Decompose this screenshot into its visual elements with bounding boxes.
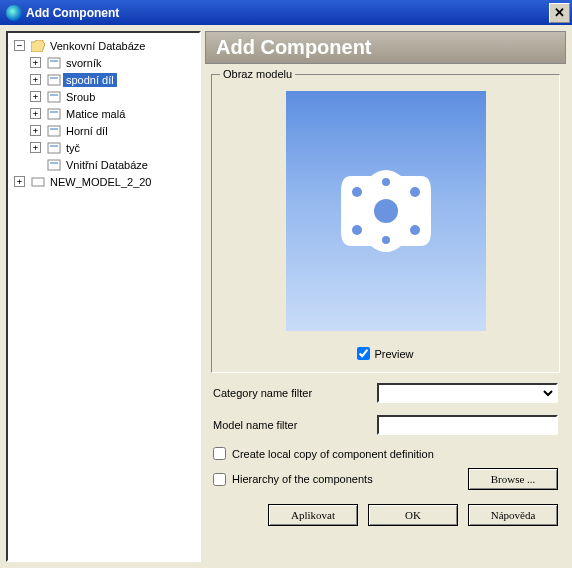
svg-rect-12 (48, 160, 60, 170)
node-icon (47, 142, 61, 154)
right-panel: Add Component Obraz modelu (205, 31, 566, 562)
model-filter-row: Model name filter (213, 415, 558, 435)
category-filter-row: Category name filter (213, 383, 558, 403)
panel-header: Add Component (205, 31, 566, 64)
app-icon (6, 5, 22, 21)
tree-label: svorník (63, 56, 104, 70)
preview-groupbox: Obraz modelu Previe (211, 74, 560, 373)
svg-rect-1 (50, 60, 58, 62)
expander-icon (30, 159, 41, 170)
hierarchy-row: Hierarchy of the components Browse ... (213, 468, 558, 490)
preview-checkbox-label: Preview (374, 348, 413, 360)
close-button[interactable]: ✕ (549, 3, 570, 23)
expander-icon[interactable]: + (30, 57, 41, 68)
model-filter-input[interactable] (377, 415, 558, 435)
node-icon (47, 159, 61, 171)
expander-icon[interactable]: + (30, 125, 41, 136)
button-bar: Aplikovat OK Nápověda (213, 504, 558, 526)
tree-node-child[interactable]: Vnitřní Databáze (30, 156, 197, 173)
tree-node-child[interactable]: +svorník (30, 54, 197, 71)
node-icon (47, 91, 61, 103)
tree-label: tyč (63, 141, 83, 155)
svg-rect-4 (48, 92, 60, 102)
tree-node-venkovni-databaze[interactable]: − Venkovní Databáze (14, 37, 197, 54)
node-icon (47, 57, 61, 69)
svg-point-16 (352, 187, 362, 197)
svg-point-18 (352, 225, 362, 235)
svg-rect-0 (48, 58, 60, 68)
tree-panel[interactable]: − Venkovní Databáze +svorník+spodní díl+… (6, 31, 201, 562)
tree: − Venkovní Databáze +svorník+spodní díl+… (10, 37, 197, 190)
svg-rect-11 (50, 145, 58, 147)
expander-icon[interactable]: + (30, 91, 41, 102)
svg-rect-2 (48, 75, 60, 85)
svg-rect-13 (50, 162, 58, 164)
groupbox-legend: Obraz modelu (220, 68, 295, 80)
tree-label: Venkovní Databáze (47, 39, 148, 53)
node-icon (47, 108, 61, 120)
svg-rect-7 (50, 111, 58, 113)
category-filter-label: Category name filter (213, 387, 373, 399)
ok-button[interactable]: OK (368, 504, 458, 526)
svg-rect-5 (50, 94, 58, 96)
tree-node-new-model[interactable]: + NEW_MODEL_2_20 (14, 173, 197, 190)
tree-node-child[interactable]: +spodní díl (30, 71, 197, 88)
tree-node-child[interactable]: +Sroub (30, 88, 197, 105)
preview-area: Preview (218, 85, 553, 366)
expander-icon[interactable]: + (30, 108, 41, 119)
expander-icon[interactable]: + (14, 176, 25, 187)
category-filter-select[interactable] (377, 383, 558, 403)
hierarchy-checkbox[interactable] (213, 473, 226, 486)
tree-label: spodní díl (63, 73, 117, 87)
browse-button[interactable]: Browse ... (468, 468, 558, 490)
apply-button[interactable]: Aplikovat (268, 504, 358, 526)
tree-label: Vnitřní Databáze (63, 158, 151, 172)
titlebar: Add Component ✕ (0, 0, 572, 25)
node-icon (47, 74, 61, 86)
tree-node-child[interactable]: +tyč (30, 139, 197, 156)
window-title: Add Component (26, 6, 549, 20)
tree-label: Horní díl (63, 124, 111, 138)
local-copy-label: Create local copy of component definitio… (232, 448, 434, 460)
model-filter-label: Model name filter (213, 419, 373, 431)
svg-rect-8 (48, 126, 60, 136)
preview-checkbox-row: Preview (357, 347, 413, 360)
preview-checkbox[interactable] (357, 347, 370, 360)
content-area: − Venkovní Databáze +svorník+spodní díl+… (0, 25, 572, 568)
tree-label: NEW_MODEL_2_20 (47, 175, 155, 189)
help-button[interactable]: Nápověda (468, 504, 558, 526)
expander-icon[interactable]: + (30, 74, 41, 85)
node-icon (47, 125, 61, 137)
local-copy-row: Create local copy of component definitio… (213, 447, 558, 460)
tree-label: Sroub (63, 90, 98, 104)
tree-label: Matice malá (63, 107, 128, 121)
node-icon (31, 176, 45, 188)
local-copy-checkbox[interactable] (213, 447, 226, 460)
model-preview-image (286, 91, 486, 331)
svg-rect-9 (50, 128, 58, 130)
svg-rect-3 (50, 77, 58, 79)
svg-rect-10 (48, 143, 60, 153)
svg-point-15 (374, 199, 398, 223)
expander-icon[interactable]: + (30, 142, 41, 153)
hierarchy-label: Hierarchy of the components (232, 473, 373, 485)
svg-point-17 (410, 187, 420, 197)
expander-icon[interactable]: − (14, 40, 25, 51)
svg-point-19 (410, 225, 420, 235)
tree-node-child[interactable]: +Matice malá (30, 105, 197, 122)
svg-rect-6 (48, 109, 60, 119)
svg-point-20 (382, 178, 390, 186)
svg-rect-14 (32, 178, 44, 186)
tree-node-child[interactable]: +Horní díl (30, 122, 197, 139)
folder-open-icon (31, 40, 45, 52)
svg-point-21 (382, 236, 390, 244)
